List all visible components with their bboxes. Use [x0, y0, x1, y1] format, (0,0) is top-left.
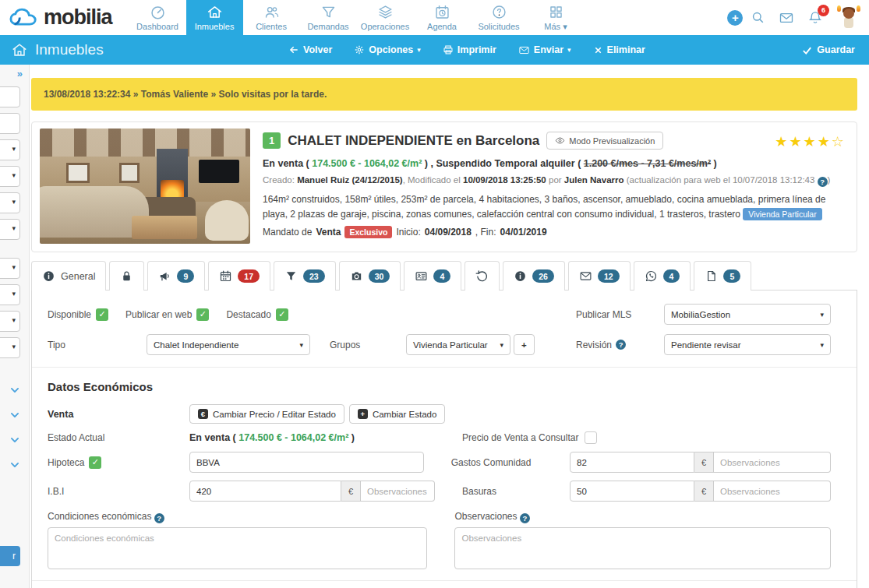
- chevron-down-icon: ▾: [12, 171, 16, 179]
- search-button[interactable]: [751, 10, 765, 25]
- sidebar-search-button[interactable]: r: [0, 546, 20, 566]
- property-photo[interactable]: [40, 129, 250, 244]
- chevron-down-icon: ▾: [299, 341, 303, 349]
- tab-history[interactable]: [465, 261, 500, 290]
- ibi-label: I.B.I: [48, 486, 189, 497]
- nav-item-dashboard[interactable]: Dashboard: [129, 0, 186, 35]
- sidebar-filter-select[interactable]: ▾: [0, 192, 20, 213]
- tab-camera[interactable]: 30: [339, 261, 401, 290]
- brand-logo[interactable]: mobilia: [0, 0, 129, 35]
- sidebar-filter-fields: ▾▾▾▾▾▾▾▾: [0, 86, 29, 470]
- preview-mode-button[interactable]: Modo Previsualización: [546, 132, 663, 150]
- tfunnel-icon: [284, 269, 298, 283]
- sidebar-filter-select[interactable]: ▾: [0, 219, 20, 240]
- condiciones-economicas-textarea[interactable]: [48, 527, 427, 569]
- notification-count-badge: 6: [818, 5, 829, 16]
- chevron-down-icon: ▾: [12, 290, 16, 298]
- options-button[interactable]: Opciones▾: [354, 44, 421, 55]
- ibi-observaciones-input[interactable]: [361, 481, 435, 502]
- checkbox[interactable]: ✓: [196, 308, 209, 321]
- sidebar-section-chevron-icon[interactable]: [0, 435, 29, 445]
- group-tag-badge: Vivienda Particular: [743, 208, 821, 220]
- help-icon[interactable]: ?: [818, 177, 828, 187]
- hipoteca-input[interactable]: [189, 452, 424, 473]
- sidebar-filter-select[interactable]: ▾: [0, 258, 20, 279]
- checkbox[interactable]: ✓: [276, 308, 288, 321]
- gastos-comunidad-input[interactable]: [570, 452, 694, 473]
- tipo-select[interactable]: Chalet Independiente▾: [147, 334, 310, 355]
- tab-whatsapp[interactable]: 4: [634, 261, 691, 290]
- sidebar-filter-select[interactable]: ▾: [0, 337, 20, 358]
- megaphone-icon: [158, 269, 171, 283]
- nav-item-demandas[interactable]: Demandas: [300, 0, 357, 35]
- checkbox[interactable]: ✓: [96, 308, 108, 321]
- sidebar-section-chevron-icon[interactable]: [0, 459, 29, 470]
- tab-infoc[interactable]: 26: [503, 261, 565, 290]
- tab-tfunnel[interactable]: 23: [274, 261, 336, 290]
- gastos-observaciones-input[interactable]: [714, 452, 831, 473]
- nav-item-operaciones[interactable]: Operaciones: [357, 0, 414, 35]
- observaciones-textarea[interactable]: [454, 527, 831, 569]
- sidebar-filter-select[interactable]: ▾: [0, 166, 20, 187]
- basuras-observaciones-input[interactable]: [714, 481, 831, 502]
- top-right-actions: + ▾ 6: [727, 0, 869, 35]
- sidebar-filter-select[interactable]: ▾: [0, 139, 20, 160]
- nav-item-inmuebles[interactable]: Inmuebles: [186, 0, 243, 35]
- help-icon[interactable]: ?: [154, 513, 164, 523]
- grupos-select[interactable]: Vivienda Particular▾: [406, 334, 510, 355]
- chevron-down-icon: ▾: [12, 198, 16, 206]
- x-icon: [593, 45, 603, 55]
- sidebar-filter-select[interactable]: [0, 86, 20, 107]
- sidebar-filter-select[interactable]: [0, 113, 20, 134]
- notifications-button[interactable]: 6: [807, 10, 823, 26]
- sidebar-section-chevron-icon[interactable]: [0, 410, 29, 421]
- user-avatar[interactable]: [836, 4, 861, 32]
- add-group-button[interactable]: +: [514, 334, 535, 355]
- venta-change-state-button[interactable]: +Cambiar Estado: [349, 404, 445, 424]
- house-icon: [11, 41, 28, 58]
- chevron-down-icon: ▾: [12, 224, 16, 232]
- help-icon[interactable]: ?: [520, 513, 530, 523]
- nav-item-clientes[interactable]: Clientes: [243, 0, 300, 35]
- history-icon: [475, 269, 489, 283]
- tab-idcard[interactable]: 4: [404, 261, 461, 290]
- precio-venta-consultar-checkbox[interactable]: [585, 431, 597, 444]
- nav-item-agenda[interactable]: Agenda: [414, 0, 471, 35]
- revision-select[interactable]: Pendiente revisar▾: [664, 334, 831, 355]
- gastos-comunidad-label: Gastos Comunidad: [451, 457, 570, 468]
- basuras-input[interactable]: [570, 481, 694, 502]
- sidebar-filter-select[interactable]: ▾: [0, 284, 20, 305]
- checkbox-destacado: Destacado✓: [226, 308, 288, 321]
- tab-envelope[interactable]: 12: [568, 261, 631, 290]
- nav-item-ms[interactable]: Más ▾: [528, 0, 585, 35]
- venta-change-price-button[interactable]: €Cambiar Precio / Editar Estado: [189, 404, 344, 424]
- sidebar-section-chevron-icon[interactable]: [0, 385, 29, 396]
- ibi-input[interactable]: [189, 481, 341, 502]
- gauge-icon: [150, 4, 166, 20]
- property-title: CHALET INDEPENDIENTE en Barcelona: [288, 133, 539, 149]
- messages-button[interactable]: [779, 10, 794, 26]
- help-icon[interactable]: ?: [616, 340, 626, 350]
- back-button[interactable]: Volver: [288, 44, 332, 55]
- exclusive-badge: Exclusivo: [344, 226, 392, 238]
- send-button[interactable]: Enviar▾: [518, 44, 571, 56]
- tab-calendar[interactable]: 17: [208, 261, 270, 290]
- tab-general[interactable]: General: [31, 261, 106, 290]
- chevron-down-icon: ▾: [500, 341, 503, 349]
- chevron-down-icon: ▾: [12, 343, 16, 350]
- delete-button[interactable]: Eliminar: [593, 44, 645, 55]
- publicar-mls-select[interactable]: MobiliaGestion▾: [664, 304, 831, 325]
- tab-lock[interactable]: [109, 261, 144, 290]
- sidebar-filter-select[interactable]: ▾: [0, 311, 20, 332]
- sidebar-expand-button[interactable]: »: [0, 65, 29, 81]
- rating-stars[interactable]: ★★★★☆: [775, 133, 846, 150]
- hipoteca-checkbox[interactable]: ✓: [89, 456, 101, 469]
- tab-megaphone[interactable]: 9: [147, 261, 205, 290]
- chevron-down-icon: ▾: [820, 311, 824, 319]
- tab-file[interactable]: 5: [694, 261, 751, 290]
- save-button[interactable]: Guardar: [801, 44, 869, 56]
- print-button[interactable]: Imprimir: [443, 44, 496, 55]
- quick-add-button[interactable]: + ▾: [727, 9, 737, 27]
- general-tab-panel: Disponible✓Publicar en web✓Destacado✓ Pu…: [31, 290, 857, 588]
- nav-item-solicitudes[interactable]: Solicitudes: [471, 0, 528, 35]
